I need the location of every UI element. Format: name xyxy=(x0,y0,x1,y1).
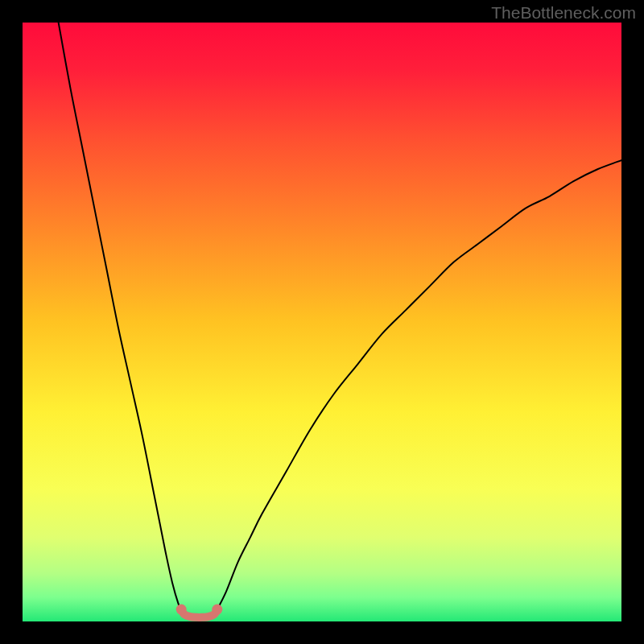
plot-area xyxy=(23,23,621,621)
watermark-text: TheBottleneck.com xyxy=(491,3,636,23)
valley-end-dot-0 xyxy=(176,605,187,615)
valley-end-dot-1 xyxy=(212,605,222,615)
chart-frame: TheBottleneck.com xyxy=(0,0,644,644)
gradient-background xyxy=(23,23,621,621)
chart-svg xyxy=(23,23,621,621)
